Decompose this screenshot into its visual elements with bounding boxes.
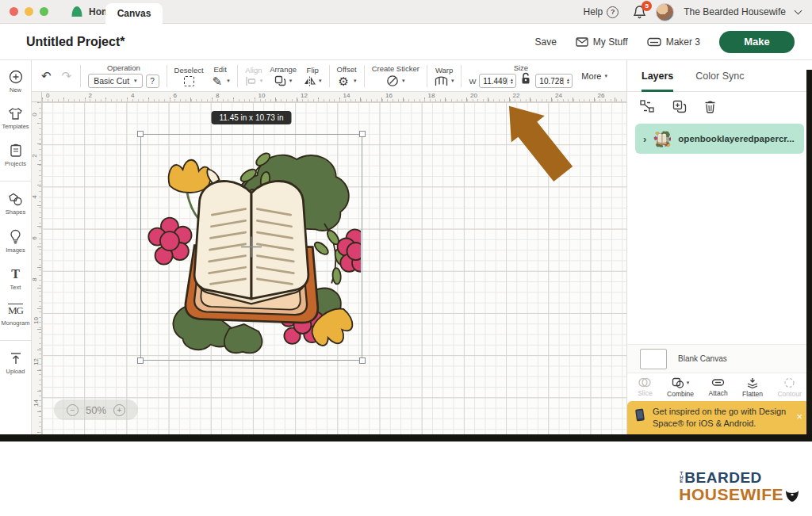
arrange-menu-button[interactable]: Arrange ▾ [270,65,297,86]
design-space-app: Home Canvas Help ? 5 The Bearded Housewi… [0,0,812,516]
sidebar-item-templates[interactable]: Templates [2,107,29,130]
monogram-icon: MG [8,304,23,317]
canvas-background-row[interactable]: Blank Canvas [627,344,812,373]
layer-thumbnail [653,130,671,147]
create-sticker-menu-button[interactable]: Create Sticker ▾ [372,64,419,87]
window-controls [10,7,48,16]
aspect-lock-icon[interactable] [519,71,532,86]
selection-handle[interactable] [359,131,366,137]
operation-select[interactable]: Basic Cut ▾ [88,74,142,88]
contour-button: Contour [777,377,801,398]
help-label: Help [584,6,603,17]
attach-button[interactable]: Attach [709,377,728,397]
width-value: 11.449 [480,77,507,86]
operation-help-button[interactable]: ? [146,75,159,88]
page-title: Untitled Project* [26,35,124,49]
sticker-icon [386,75,399,87]
left-sidebar: New Templates Projects Shapes Images T [0,60,32,434]
height-stepper[interactable]: ▴▾ [563,78,572,85]
flip-menu-button[interactable]: Flip ▾ [304,66,322,86]
sidebar-label: New [10,86,21,94]
duplicate-icon[interactable] [672,100,687,113]
sidebar-item-shapes[interactable]: Shapes [6,193,25,216]
layer-row[interactable]: › openbooklayeredpapercr... [635,124,804,154]
plus-circle-icon [9,70,23,84]
zoom-in-button[interactable]: + [113,404,125,416]
account-name: The Bearded Housewife [684,6,786,17]
lightbulb-icon [10,229,21,244]
caret-down-icon: ▾ [687,380,690,386]
tab-canvas-label: Canvas [117,8,151,19]
brand-bearded: BEARDED [684,470,761,485]
window-zoom-button[interactable] [40,7,48,16]
sidebar-item-text[interactable]: T Text [10,267,21,291]
notifications-button[interactable]: 5 [633,5,646,19]
height-value: 10.728 [536,77,563,86]
account-menu[interactable]: The Bearded Housewife [684,6,786,17]
tab-canvas[interactable]: Canvas [105,3,163,24]
sidebar-label: Shapes [6,208,25,216]
design-canvas[interactable]: 02468101214161820222426 02468101214 11.4… [32,92,626,434]
deselect-icon [184,76,194,86]
window-minimize-button[interactable] [25,7,33,16]
notification-badge: 5 [642,1,652,11]
gear-icon: ⚙ [337,75,350,87]
video-letterbox-bar [0,434,812,441]
edit-menu-button[interactable]: Edit ✎▾ [211,65,230,87]
trash-icon[interactable] [704,100,716,113]
promo-banner: Get inspired on the go with Design Space… [627,401,812,434]
warp-icon [435,76,448,86]
avatar[interactable] [656,3,674,21]
slice-icon [638,377,651,388]
combine-icon [672,377,684,388]
combine-button[interactable]: ▾ Combine [667,377,694,398]
selection-handle[interactable] [137,357,144,364]
sidebar-label: Upload [6,368,25,375]
machine-label: Maker 3 [666,36,700,48]
my-stuff-button[interactable]: My Stuff [576,36,628,48]
tab-layers[interactable]: Layers [642,60,673,91]
warp-menu-button[interactable]: Warp ▾ [435,66,454,86]
operation-value: Basic Cut [94,76,129,86]
envelope-icon [576,37,588,47]
flatten-icon [746,377,759,388]
sidebar-item-new[interactable]: New [9,70,23,94]
window-close-button[interactable] [10,7,18,16]
selection-handle[interactable] [137,131,144,137]
flatten-button[interactable]: Flatten [742,377,763,398]
footer: THE BEARDED HOUSEWIFE [0,441,812,515]
project-header: Untitled Project* Save My Stuff Maker 3 … [0,24,812,60]
sidebar-item-monogram[interactable]: MG Monogram [2,304,30,327]
deselect-button[interactable]: Deselect [174,66,204,86]
width-stepper[interactable]: ▴▾ [507,78,515,85]
save-button[interactable]: Save [534,36,556,48]
height-input[interactable]: 10.728 ▴▾ [535,74,573,88]
machine-select-button[interactable]: Maker 3 [647,36,700,48]
sidebar-item-projects[interactable]: Projects [5,143,26,167]
contour-icon [783,377,795,388]
canvas-color-swatch[interactable] [640,349,667,369]
zoom-out-button[interactable]: − [67,404,79,416]
sidebar-item-images[interactable]: Images [6,229,25,254]
width-input[interactable]: 11.449 ▴▾ [479,74,516,88]
align-menu-button: Align ▾ [245,66,263,86]
caret-down-icon: ▾ [227,78,230,84]
selected-artwork[interactable] [142,136,361,358]
selection-box[interactable] [140,134,362,361]
account-chevron-down-icon[interactable] [795,6,802,14]
ruler-corner [32,92,42,102]
flip-icon [304,76,316,86]
offset-menu-button[interactable]: Offset ⚙▾ [337,65,357,87]
help-menu[interactable]: Help ? [584,6,619,18]
sidebar-item-upload[interactable]: Upload [6,352,25,375]
selection-handle[interactable] [359,357,366,364]
beard-icon [785,490,799,503]
layer-expand-chevron-icon[interactable]: › [643,133,646,145]
tab-color-sync[interactable]: Color Sync [695,60,744,91]
blank-canvas-label: Blank Canvas [678,354,727,363]
undo-button[interactable]: ↶ [40,70,53,82]
banner-close-icon[interactable]: × [796,411,802,422]
group-layers-icon[interactable] [640,100,655,113]
more-menu-button[interactable]: More ▾ [581,71,607,81]
make-button[interactable]: Make [719,31,795,53]
